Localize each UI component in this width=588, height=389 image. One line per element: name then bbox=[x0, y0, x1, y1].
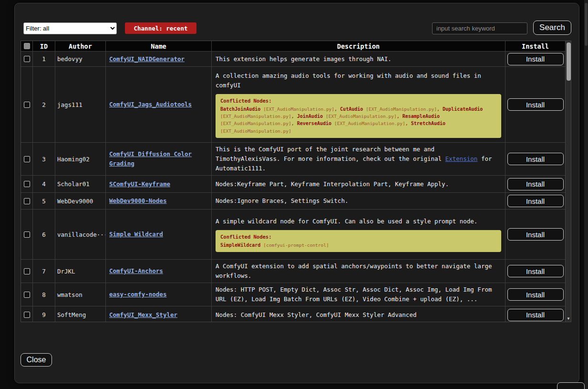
install-button[interactable]: Install bbox=[507, 178, 564, 190]
extension-name-link[interactable]: SComfyUI-Keyframe bbox=[109, 179, 208, 189]
install-custom-nodes-dialog: Filter: all Channel: recent Search ID Au… bbox=[14, 3, 579, 383]
conflict-title: Conflicted Nodes: bbox=[220, 233, 496, 241]
extension-name-link[interactable]: ComfyUI_NAIDGenerator bbox=[109, 54, 208, 64]
close-button[interactable]: Close bbox=[21, 353, 52, 367]
search-input[interactable] bbox=[432, 22, 527, 34]
row-description: Nodes:Keyframe Part, Keyframe Interpolat… bbox=[212, 176, 505, 193]
install-button[interactable]: Install bbox=[507, 288, 564, 301]
channel-badge: Channel: recent bbox=[125, 22, 196, 34]
search-button[interactable]: Search bbox=[533, 21, 571, 35]
header-install: Install bbox=[505, 41, 565, 52]
row-id: 7 bbox=[33, 260, 55, 283]
table-row: 2jags111ComfyUI_Jags_AudiotoolsA collect… bbox=[21, 67, 565, 143]
scroll-down-arrow[interactable]: ▼ bbox=[566, 316, 571, 321]
header-checkbox-cell bbox=[21, 41, 33, 52]
row-checkbox[interactable] bbox=[24, 102, 30, 108]
install-button[interactable]: Install bbox=[507, 309, 564, 321]
row-id: 6 bbox=[33, 210, 55, 260]
conflict-node-list: BatchJoinAudio [EXT_AudioManipulation.py… bbox=[220, 105, 496, 135]
conflict-warning: Conflicted Nodes:BatchJoinAudio [EXT_Aud… bbox=[216, 94, 501, 138]
table-row: 7DrJKLComfyUI-AnchorsA ComfyUI extension… bbox=[21, 260, 565, 283]
row-id: 5 bbox=[33, 193, 55, 210]
row-checkbox-cell bbox=[21, 260, 33, 283]
table-row: 5WebDev9000WebDev9000-NodesNodes:Ignore … bbox=[21, 193, 565, 210]
header-id: ID bbox=[33, 41, 55, 52]
row-checkbox[interactable] bbox=[24, 156, 30, 162]
page-scrollbar[interactable] bbox=[584, 0, 588, 389]
row-checkbox[interactable] bbox=[24, 268, 30, 274]
header-author: Author bbox=[55, 41, 106, 52]
row-name-cell: ComfyUI-Anchors bbox=[106, 260, 212, 283]
row-name-cell: ComfyUI Diffusion Color Grading bbox=[106, 143, 212, 176]
row-install-cell: Install bbox=[505, 176, 565, 193]
table-row: 1bedovyyComfyUI_NAIDGeneratorThis extens… bbox=[21, 52, 565, 67]
row-description: Nodes: ComfyUI Mexx Styler, ComfyUI Mexx… bbox=[212, 306, 505, 322]
row-description: This is the ComfyUI port of the joint re… bbox=[212, 143, 505, 176]
row-checkbox[interactable] bbox=[24, 231, 30, 238]
extension-name-link[interactable]: ComfyUI_Jags_Audiotools bbox=[109, 100, 208, 109]
conflict-node-list: SimpleWildcard [comfyui-prompt-control] bbox=[220, 242, 496, 249]
description-link[interactable]: Extension bbox=[445, 155, 478, 162]
table-grid: ID Author Name Description Install 1bedo… bbox=[21, 41, 565, 322]
row-name-cell: SComfyUI-Keyframe bbox=[106, 176, 212, 193]
install-button[interactable]: Install bbox=[507, 98, 564, 111]
partial-hidden-button bbox=[557, 382, 585, 389]
row-id: 4 bbox=[33, 176, 55, 193]
row-name-cell: ComfyUI_NAIDGenerator bbox=[106, 52, 212, 67]
row-checkbox-cell bbox=[21, 52, 33, 67]
table-row: 3Haoming02ComfyUI Diffusion Color Gradin… bbox=[21, 143, 565, 176]
row-install-cell: Install bbox=[505, 67, 565, 143]
page-scrollbar-thumb[interactable] bbox=[585, 3, 588, 46]
row-checkbox[interactable] bbox=[24, 312, 30, 318]
row-install-cell: Install bbox=[505, 306, 565, 322]
row-checkbox-cell bbox=[21, 176, 33, 193]
row-install-cell: Install bbox=[505, 210, 565, 260]
extension-name-link[interactable]: ComfyUI Diffusion Color Grading bbox=[109, 149, 208, 168]
extension-name-link[interactable]: ComfyUI_Mexx_Styler bbox=[109, 310, 208, 320]
extension-name-link[interactable]: WebDev9000-Nodes bbox=[109, 196, 208, 206]
row-checkbox[interactable] bbox=[24, 56, 30, 62]
install-button[interactable]: Install bbox=[507, 53, 564, 65]
row-name-cell: ComfyUI_Mexx_Styler bbox=[106, 306, 212, 322]
install-button[interactable]: Install bbox=[507, 195, 564, 207]
install-button[interactable]: Install bbox=[507, 153, 564, 165]
row-description: A collection amazing audio tools for wor… bbox=[212, 67, 505, 143]
row-author: WebDev9000 bbox=[55, 193, 106, 210]
row-description: A ComfyUI extension to add spatial ancho… bbox=[212, 260, 505, 283]
row-description: Nodes: HTTP POST, Empty Dict, Assoc Str,… bbox=[212, 283, 505, 306]
extension-name-link[interactable]: Simple Wildcard bbox=[109, 230, 208, 239]
row-id: 8 bbox=[33, 283, 55, 306]
row-author: jags111 bbox=[55, 67, 106, 143]
row-checkbox-cell bbox=[21, 210, 33, 260]
row-checkbox[interactable] bbox=[24, 198, 30, 204]
nodes-table: ID Author Name Description Install 1bedo… bbox=[21, 41, 571, 322]
table-header-row: ID Author Name Description Install bbox=[21, 41, 565, 52]
table-row: 6vanillacode···Simple WildcardA simple w… bbox=[21, 210, 565, 260]
header-description: Description bbox=[212, 41, 505, 52]
extension-name-link[interactable]: ComfyUI-Anchors bbox=[109, 266, 208, 276]
row-author: wmatson bbox=[55, 283, 106, 306]
table-scrollbar[interactable]: ▼ bbox=[565, 41, 571, 322]
install-button[interactable]: Install bbox=[507, 265, 564, 277]
row-name-cell: Simple Wildcard bbox=[106, 210, 212, 260]
row-description: This extension helps generate images thr… bbox=[212, 52, 505, 67]
table-scrollbar-thumb[interactable] bbox=[567, 42, 571, 81]
row-checkbox[interactable] bbox=[24, 292, 30, 298]
row-author: Haoming02 bbox=[55, 143, 106, 176]
install-button[interactable]: Install bbox=[507, 228, 564, 241]
header-name: Name bbox=[106, 41, 212, 52]
select-all-checkbox[interactable] bbox=[24, 43, 30, 49]
extension-name-link[interactable]: easy-comfy-nodes bbox=[109, 290, 208, 299]
conflict-warning: Conflicted Nodes:SimpleWildcard [comfyui… bbox=[216, 230, 501, 252]
row-id: 2 bbox=[33, 67, 55, 143]
row-checkbox-cell bbox=[21, 193, 33, 210]
row-install-cell: Install bbox=[505, 52, 565, 67]
row-install-cell: Install bbox=[505, 143, 565, 176]
row-checkbox-cell bbox=[21, 283, 33, 306]
row-install-cell: Install bbox=[505, 283, 565, 306]
row-author: DrJKL bbox=[55, 260, 106, 283]
table-row: 4Scholar01SComfyUI-KeyframeNodes:Keyfram… bbox=[21, 176, 565, 193]
row-checkbox[interactable] bbox=[24, 181, 30, 187]
table-row: 9SoftMengComfyUI_Mexx_StylerNodes: Comfy… bbox=[21, 306, 565, 322]
filter-select[interactable]: Filter: all bbox=[23, 22, 117, 34]
